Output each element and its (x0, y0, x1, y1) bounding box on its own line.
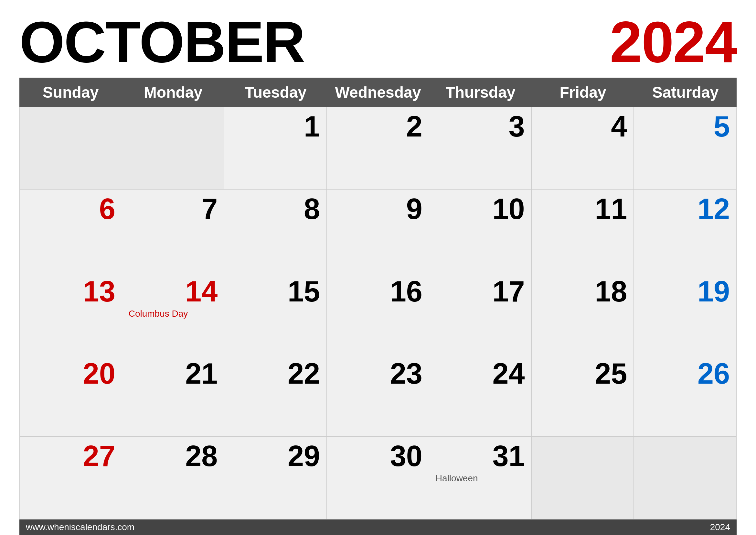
calendar-cell: 21 (122, 354, 225, 437)
header-friday: Friday (532, 83, 634, 101)
calendar-cell: 25 (532, 354, 634, 437)
calendar-cell: 4 (532, 107, 634, 189)
calendar-cell: 29 (224, 437, 327, 519)
calendar-cell: 17 (429, 272, 532, 354)
date-number: 15 (231, 277, 320, 306)
footer-url: www.wheniscalendars.com (26, 522, 134, 532)
date-number: 6 (26, 194, 115, 223)
header-thursday: Thursday (429, 83, 532, 101)
calendar-footer: www.wheniscalendars.com 2024 (19, 520, 737, 535)
calendar-cell (532, 437, 634, 519)
date-number: 26 (640, 359, 730, 388)
date-number: 11 (538, 194, 627, 223)
calendar-cell: 6 (20, 189, 122, 272)
day-headers-row: Sunday Monday Tuesday Wednesday Thursday… (19, 78, 737, 107)
calendar-header: OCTOBER 2024 (19, 13, 737, 78)
date-number: 4 (538, 112, 627, 141)
calendar-cell: 13 (20, 272, 122, 354)
date-number: 14 (129, 277, 218, 306)
calendar-cell: 18 (532, 272, 634, 354)
date-number: 8 (231, 194, 320, 223)
date-number: 20 (26, 359, 115, 388)
date-number: 16 (333, 277, 422, 306)
calendar-body: 1234567891011121314Columbus Day151617181… (19, 107, 737, 520)
calendar-cell: 20 (20, 354, 122, 437)
date-number: 24 (436, 359, 525, 388)
calendar-cell: 1 (224, 107, 327, 189)
month-title: OCTOBER (19, 13, 305, 71)
date-number: 31 (436, 441, 525, 471)
calendar-cell: 27 (20, 437, 122, 519)
date-number: 12 (640, 194, 730, 223)
calendar-grid: Sunday Monday Tuesday Wednesday Thursday… (19, 78, 737, 520)
calendar-cell (20, 107, 122, 189)
calendar-cell: 26 (634, 354, 736, 437)
calendar-cell: 31Halloween (429, 437, 532, 519)
calendar-cell: 8 (224, 189, 327, 272)
date-number: 18 (538, 277, 627, 306)
date-number: 3 (436, 112, 525, 141)
date-number: 10 (436, 194, 525, 223)
date-number: 19 (640, 277, 730, 306)
date-number: 23 (333, 359, 422, 388)
holiday-label: Columbus Day (129, 309, 218, 319)
calendar-cell: 9 (327, 189, 429, 272)
header-saturday: Saturday (634, 83, 737, 101)
date-number: 7 (129, 194, 218, 223)
date-number: 30 (333, 441, 422, 471)
date-number: 5 (640, 112, 730, 141)
calendar-cell: 22 (224, 354, 327, 437)
calendar-cell: 11 (532, 189, 634, 272)
calendar-cell: 5 (634, 107, 736, 189)
calendar-cell: 24 (429, 354, 532, 437)
calendar-cell: 28 (122, 437, 225, 519)
date-number: 9 (333, 194, 422, 223)
calendar-cell: 3 (429, 107, 532, 189)
calendar-cell: 12 (634, 189, 736, 272)
header-sunday: Sunday (19, 83, 122, 101)
calendar-cell: 14Columbus Day (122, 272, 225, 354)
footer-year: 2024 (710, 522, 730, 532)
calendar-cell: 10 (429, 189, 532, 272)
date-number: 29 (231, 441, 320, 471)
date-number: 17 (436, 277, 525, 306)
halloween-label: Halloween (436, 473, 525, 484)
header-tuesday: Tuesday (224, 83, 327, 101)
calendar-cell (634, 437, 736, 519)
date-number: 27 (26, 441, 115, 471)
date-number: 21 (129, 359, 218, 388)
calendar-cell: 23 (327, 354, 429, 437)
date-number: 25 (538, 359, 627, 388)
year-title: 2024 (610, 13, 737, 71)
date-number: 2 (333, 112, 422, 141)
date-number: 13 (26, 277, 115, 306)
calendar-cell (122, 107, 225, 189)
calendar-cell: 2 (327, 107, 429, 189)
calendar-cell: 30 (327, 437, 429, 519)
calendar-cell: 7 (122, 189, 225, 272)
calendar-container: OCTOBER 2024 Sunday Monday Tuesday Wedne… (0, 0, 756, 535)
header-wednesday: Wednesday (327, 83, 429, 101)
calendar-cell: 16 (327, 272, 429, 354)
date-number: 1 (231, 112, 320, 141)
date-number: 22 (231, 359, 320, 388)
header-monday: Monday (122, 83, 224, 101)
date-number: 28 (129, 441, 218, 471)
calendar-cell: 15 (224, 272, 327, 354)
calendar-cell: 19 (634, 272, 736, 354)
